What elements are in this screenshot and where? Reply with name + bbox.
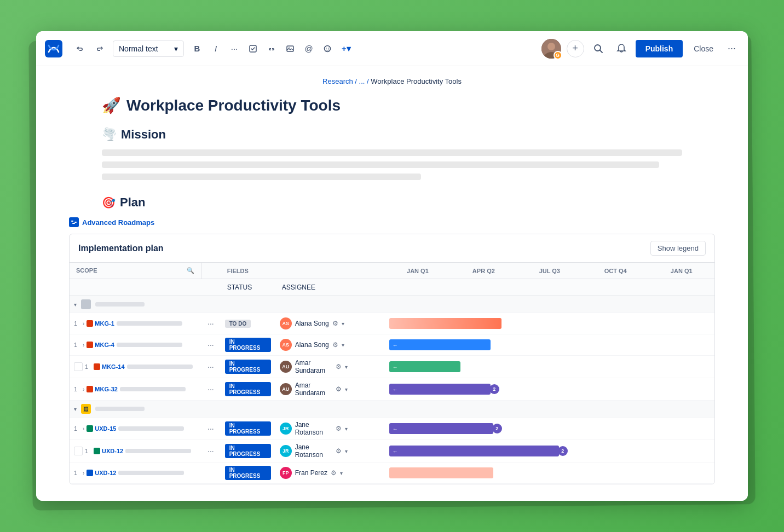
roadmap-section: Advanced Roadmaps Implementation plan Sh…	[36, 217, 748, 501]
app-logo[interactable]	[45, 40, 62, 57]
plan-emoji: 🎯	[102, 196, 116, 209]
row-expand-icon[interactable]: ›	[83, 386, 84, 392]
mission-text[interactable]: Mission	[121, 128, 166, 142]
status-badge: IN PROGRESS	[225, 466, 271, 480]
row-menu-button[interactable]: ···	[205, 423, 216, 434]
row-menu-button[interactable]: ···	[205, 361, 216, 372]
issue-tag[interactable]: UXD-12	[94, 448, 123, 454]
gantt-bar: ←	[389, 423, 493, 434]
assignee-name: Alana Song	[295, 320, 329, 327]
row-expand-icon[interactable]: ›	[83, 470, 84, 476]
group-text-bar	[95, 302, 145, 307]
assignee-cell: JR Jane Rotanson ⚙ ▾	[280, 421, 348, 436]
more-format-button[interactable]: ···	[226, 40, 243, 57]
settings-icon[interactable]: ⚙	[336, 363, 342, 371]
show-legend-button[interactable]: Show legend	[650, 241, 706, 256]
gantt-bar: ←	[389, 339, 491, 350]
breadcrumb-ellipsis[interactable]: ...	[359, 77, 365, 85]
publish-button[interactable]: Publish	[636, 40, 683, 57]
chevron-down-icon[interactable]: ▾	[74, 302, 77, 308]
italic-button[interactable]: I	[207, 40, 224, 57]
row-menu-button[interactable]: ···	[205, 318, 216, 329]
svg-point-4	[325, 45, 331, 51]
table-row: ▾	[70, 296, 714, 313]
text-style-dropdown[interactable]: Normal text ▾	[113, 41, 184, 57]
redo-button[interactable]	[91, 41, 108, 56]
add-collaborator-button[interactable]: +	[567, 40, 584, 57]
row-expand-icon[interactable]: ›	[83, 321, 84, 327]
issue-tag[interactable]: MKG-32	[87, 386, 118, 392]
dropdown-icon[interactable]: ▾	[345, 386, 348, 392]
undo-button[interactable]	[71, 41, 89, 56]
svg-rect-0	[45, 40, 62, 57]
settings-icon[interactable]: ⚙	[336, 385, 342, 393]
status-badge: IN PROGRESS	[225, 382, 271, 396]
dropdown-icon[interactable]: ▾	[345, 448, 348, 454]
avatar-badge: G	[554, 51, 562, 60]
plan-text[interactable]: Plan	[120, 195, 145, 210]
roadmap-title[interactable]: Advanced Roadmaps	[82, 218, 154, 227]
text-style-label: Normal text	[119, 44, 158, 53]
page-title: 🚀 Workplace Productivity Tools	[36, 96, 748, 114]
svg-rect-13	[72, 223, 75, 224]
link-button[interactable]	[263, 40, 280, 57]
scope-text-bar	[125, 449, 191, 453]
scope-text-bar	[120, 387, 186, 391]
mission-heading: 🌪️ Mission	[36, 128, 748, 142]
bar-badge: 2	[489, 384, 499, 394]
image-button[interactable]	[281, 40, 299, 57]
dropdown-icon[interactable]: ▾	[342, 321, 344, 327]
emoji-button[interactable]	[319, 40, 336, 57]
assignee-header	[275, 263, 352, 279]
row-menu-button[interactable]: ···	[205, 339, 216, 350]
settings-icon[interactable]: ⚙	[331, 469, 337, 477]
issue-tag[interactable]: MKG-14	[94, 363, 125, 370]
tag-icon	[94, 448, 100, 454]
breadcrumb: Research / ... / Workplace Productivity …	[36, 77, 748, 85]
issue-tag[interactable]: MKG-4	[87, 342, 114, 348]
settings-icon[interactable]: ⚙	[336, 447, 342, 455]
row-menu-button[interactable]: ···	[205, 384, 216, 395]
more-options-button[interactable]: ···	[724, 39, 739, 57]
user-avatar[interactable]: G	[541, 39, 561, 59]
assignee-avatar: AU	[280, 383, 292, 395]
assignee-name: Jane Rotanson	[295, 443, 332, 459]
bold-button[interactable]: B	[188, 40, 206, 57]
assignee-subheader: Assignee	[275, 279, 352, 296]
title-text[interactable]: Workplace Productivity Tools	[126, 97, 341, 114]
roadmap-box: Implementation plan Show legend SCOPE 🔍	[69, 234, 715, 484]
text-line-3	[102, 174, 421, 180]
issue-tag[interactable]: MKG-1	[87, 320, 114, 327]
quarter-q2-header: Apr Q2	[451, 263, 516, 279]
scope-text-bar	[117, 321, 182, 326]
close-button[interactable]: Close	[688, 41, 719, 56]
search-button[interactable]	[590, 40, 607, 57]
settings-icon[interactable]: ⚙	[336, 425, 342, 432]
roadmap-table: SCOPE 🔍 FIELDS Jan Q1 Apr Q2	[70, 263, 714, 484]
settings-icon[interactable]: ⚙	[332, 341, 338, 349]
toolbar: Normal text ▾ B I ··· @	[36, 31, 748, 66]
chevron-down-icon[interactable]: ▾	[74, 406, 77, 412]
arrow-icon: ←	[393, 386, 398, 392]
breadcrumb-research[interactable]: Research	[322, 77, 353, 85]
scope-search-icon[interactable]: 🔍	[187, 267, 194, 274]
roadmap-logo	[69, 217, 79, 227]
issue-tag[interactable]: UXD-12	[87, 470, 116, 476]
task-button[interactable]	[244, 40, 262, 57]
table-row: 1 › MKG-32	[70, 378, 714, 401]
dropdown-icon[interactable]: ▾	[345, 426, 348, 432]
mention-button[interactable]: @	[300, 40, 318, 57]
row-menu-button[interactable]: ···	[205, 446, 216, 456]
issue-tag[interactable]: UXD-15	[87, 425, 116, 432]
dropdown-icon[interactable]: ▾	[340, 470, 343, 476]
quarter-q4-header: Oct Q4	[583, 263, 648, 279]
row-expand-icon[interactable]: ›	[83, 426, 84, 432]
dropdown-icon[interactable]: ▾	[342, 342, 344, 348]
settings-icon[interactable]: ⚙	[332, 320, 338, 327]
row-expand-icon[interactable]: ›	[83, 342, 84, 348]
tag-icon	[94, 363, 100, 370]
notifications-button[interactable]	[613, 40, 630, 57]
assignee-avatar: AS	[280, 317, 292, 329]
dropdown-icon[interactable]: ▾	[345, 364, 348, 370]
insert-plus-button[interactable]: +▾	[337, 40, 355, 57]
